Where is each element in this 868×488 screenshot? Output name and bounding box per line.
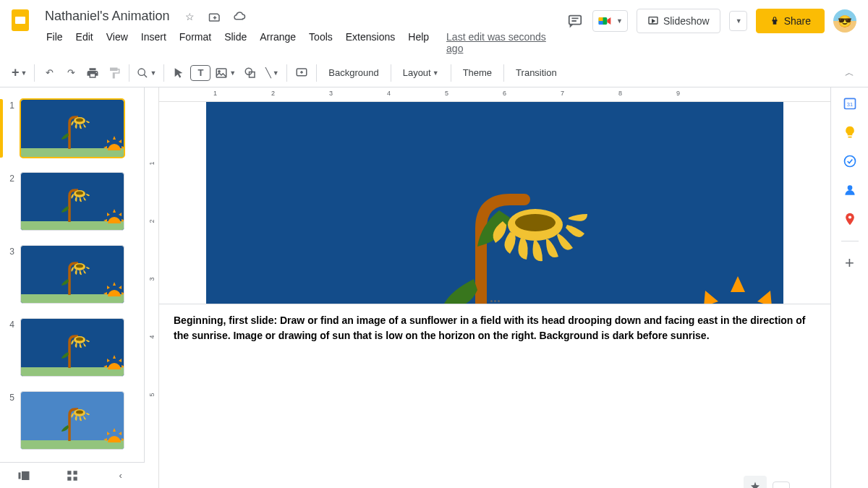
- slideshow-dropdown[interactable]: ▼: [729, 11, 747, 31]
- speaker-notes-text[interactable]: Beginning, first slide: Draw or find an …: [174, 313, 816, 343]
- slide-stage[interactable]: [159, 102, 830, 304]
- line-tool[interactable]: ╲▼: [262, 63, 282, 83]
- slide-thumbnail[interactable]: [20, 318, 124, 377]
- svg-marker-29: [113, 282, 116, 286]
- contacts-icon[interactable]: [843, 183, 857, 197]
- layout-button[interactable]: Layout▼: [396, 63, 446, 83]
- collapse-thumbnails-icon[interactable]: ‹: [111, 466, 131, 486]
- svg-point-7: [138, 69, 145, 75]
- redo-button[interactable]: ↷: [61, 63, 81, 83]
- svg-point-64: [844, 156, 855, 167]
- menu-file[interactable]: File: [41, 28, 69, 57]
- slideshow-button[interactable]: Slideshow: [637, 9, 720, 33]
- textbox-tool[interactable]: T: [190, 65, 210, 81]
- svg-marker-58: [704, 291, 718, 303]
- meet-button[interactable]: ▼: [592, 10, 628, 32]
- grid-view-icon[interactable]: [62, 466, 82, 486]
- svg-rect-67: [19, 472, 21, 479]
- menu-tools[interactable]: Tools: [303, 28, 339, 57]
- share-label: Share: [784, 15, 811, 27]
- filmstrip-view-icon[interactable]: [14, 466, 34, 486]
- svg-marker-15: [113, 136, 116, 140]
- slide-thumbnail[interactable]: [20, 391, 124, 450]
- menu-format[interactable]: Format: [174, 28, 217, 57]
- menu-insert[interactable]: Insert: [135, 28, 172, 57]
- toolbar: +▼ ↶ ↷ ▼ T ▼ ╲▼ Background Layout▼ Theme…: [0, 59, 868, 87]
- slideshow-label: Slideshow: [663, 15, 710, 27]
- speaker-notes[interactable]: Beginning, first slide: Draw or find an …: [159, 304, 830, 352]
- sunflower-shape[interactable]: [438, 185, 590, 303]
- svg-marker-43: [113, 428, 116, 432]
- svg-point-56: [515, 214, 556, 231]
- svg-marker-45: [119, 432, 122, 435]
- transition-button[interactable]: Transition: [509, 63, 564, 83]
- svg-point-66: [848, 215, 851, 218]
- collapse-toolbar-icon[interactable]: ︿: [839, 63, 859, 83]
- menu-arrange[interactable]: Arrange: [254, 28, 302, 57]
- svg-marker-44: [107, 432, 110, 435]
- svg-marker-18: [103, 146, 107, 149]
- side-panel-toggle[interactable]: ›: [773, 481, 790, 488]
- select-tool[interactable]: [169, 63, 189, 83]
- thumb-number: 1: [6, 99, 14, 111]
- svg-rect-4: [599, 17, 603, 21]
- svg-marker-26: [122, 219, 124, 222]
- move-icon[interactable]: [206, 8, 224, 25]
- notes-resize-handle[interactable]: [483, 299, 506, 304]
- calendar-icon[interactable]: 31: [843, 96, 857, 111]
- svg-marker-40: [122, 365, 124, 368]
- last-edit-link[interactable]: Last edit was seconds ago: [441, 28, 561, 57]
- slide-canvas[interactable]: [206, 102, 783, 304]
- star-icon[interactable]: ☆: [182, 8, 199, 25]
- menu-view[interactable]: View: [101, 28, 134, 57]
- menu-extensions[interactable]: Extensions: [340, 28, 401, 57]
- account-avatar[interactable]: 😎: [833, 9, 856, 33]
- slide-thumbnail[interactable]: [20, 99, 124, 158]
- ruler-horizontal: 123456789: [159, 87, 830, 102]
- keep-icon[interactable]: [843, 125, 857, 140]
- slides-logo[interactable]: [6, 6, 35, 35]
- theme-button[interactable]: Theme: [456, 63, 499, 83]
- side-panel: 31 +: [830, 87, 868, 488]
- comment-history-icon[interactable]: [566, 12, 584, 30]
- menubar: File Edit View Insert Format Slide Arran…: [41, 27, 561, 59]
- sun-shape[interactable]: [684, 276, 792, 303]
- tasks-icon[interactable]: [843, 154, 857, 168]
- thumb-number: 5: [6, 391, 14, 403]
- svg-point-14: [76, 119, 83, 122]
- svg-marker-59: [757, 291, 772, 303]
- share-button[interactable]: Share: [756, 9, 825, 33]
- slide-thumbnail[interactable]: [20, 245, 124, 304]
- slide-thumbnail[interactable]: [20, 172, 124, 231]
- svg-marker-16: [107, 140, 110, 143]
- app-header: Nathaniel's Animation ☆ File Edit View I…: [0, 0, 868, 59]
- shape-tool[interactable]: [240, 63, 260, 83]
- menu-help[interactable]: Help: [402, 28, 435, 57]
- svg-marker-30: [107, 286, 110, 289]
- svg-marker-46: [103, 438, 107, 441]
- menu-slide[interactable]: Slide: [218, 28, 252, 57]
- comment-button[interactable]: [292, 63, 312, 83]
- svg-rect-2: [569, 16, 582, 25]
- svg-rect-70: [73, 471, 77, 474]
- thumb-number: 2: [6, 172, 14, 184]
- cloud-status-icon[interactable]: [231, 8, 248, 25]
- doc-title[interactable]: Nathaniel's Animation: [41, 7, 174, 25]
- explore-button[interactable]: [744, 476, 767, 488]
- svg-point-42: [76, 411, 83, 414]
- new-slide-button[interactable]: +▼: [9, 63, 30, 83]
- maps-icon[interactable]: [843, 212, 857, 226]
- print-button[interactable]: [82, 63, 103, 83]
- svg-marker-47: [122, 438, 124, 441]
- svg-rect-1: [15, 17, 25, 24]
- zoom-button[interactable]: ▼: [134, 63, 159, 83]
- svg-text:31: 31: [846, 101, 852, 108]
- ruler-vertical: 12345: [145, 87, 159, 488]
- undo-button[interactable]: ↶: [39, 63, 59, 83]
- addons-icon[interactable]: +: [843, 256, 857, 270]
- image-tool[interactable]: ▼: [212, 63, 239, 83]
- menu-edit[interactable]: Edit: [70, 28, 99, 57]
- background-button[interactable]: Background: [321, 63, 386, 83]
- thumbnail-panel[interactable]: 123456: [0, 87, 145, 488]
- paint-format-button[interactable]: [104, 63, 124, 83]
